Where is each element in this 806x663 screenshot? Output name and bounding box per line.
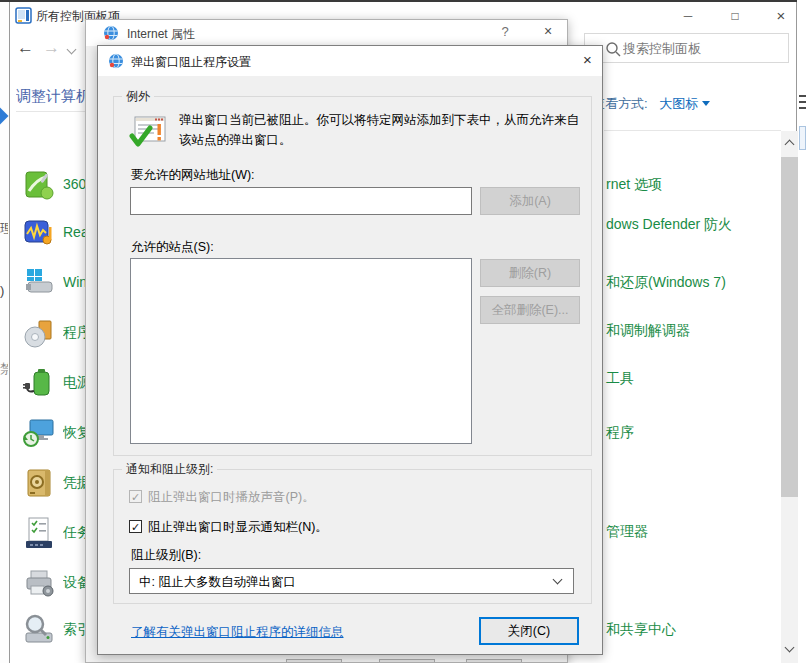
item-label[interactable]: 工具 <box>606 370 634 388</box>
blocking-level-value: 中: 阻止大多数自动弹出窗口 <box>139 574 296 591</box>
scroll-up-icon[interactable] <box>785 140 795 150</box>
minimize-button[interactable]: ─ <box>673 2 703 30</box>
item-label[interactable]: rnet 选项 <box>606 176 662 194</box>
search-box[interactable] <box>584 33 789 63</box>
view-by-value-link[interactable]: 大图标 <box>659 96 698 111</box>
popup-blocker-dialog-icon <box>108 53 124 69</box>
back-icon[interactable]: ← <box>17 38 34 58</box>
devices-printer-icon[interactable] <box>21 565 57 601</box>
help-button[interactable]: ? <box>491 24 519 44</box>
description-line-2: 该站点的弹出窗口。 <box>179 130 292 150</box>
item-label[interactable]: 和还原(Windows 7) <box>606 274 726 292</box>
maximize-button[interactable]: □ <box>720 2 750 30</box>
dialog-title-bar[interactable]: 弹出窗口阻止程序设置 × <box>98 46 602 76</box>
clipped-text: 禁 <box>0 360 8 378</box>
description-line-1: 弹出窗口当前已被阻止。你可以将特定网站添加到下表中，从而允许来自 <box>179 110 579 130</box>
ok-button-clipped[interactable] <box>286 659 342 663</box>
exceptions-group-label: 例外 <box>122 88 154 105</box>
apply-button-clipped[interactable] <box>466 659 522 663</box>
task-scheduler-icon[interactable] <box>21 515 57 551</box>
show-notification-bar-label: 阻止弹出窗口时显示通知栏(N)。 <box>148 519 328 536</box>
caret-down-icon[interactable] <box>702 101 710 106</box>
screen-edge-sliver <box>798 2 806 663</box>
item-label[interactable]: dows Defender 防火 <box>606 216 732 234</box>
dialog-title: Internet 属性 <box>127 26 195 43</box>
clipped-text: ) <box>0 283 8 298</box>
360-security-icon[interactable] <box>21 167 57 203</box>
address-input[interactable] <box>130 187 472 215</box>
background-window-sliver: 理 ) 禁 <box>0 2 9 663</box>
search-icon <box>605 41 621 57</box>
allowed-sites-listbox[interactable] <box>130 258 472 444</box>
remove-button: 删除(R) <box>480 259 580 287</box>
scrollbar-thumb[interactable] <box>781 157 798 497</box>
item-label[interactable]: 和调制解调器 <box>606 322 690 340</box>
show-notification-bar-checkbox[interactable]: ✓ <box>129 520 142 533</box>
cancel-button-clipped[interactable] <box>379 659 435 663</box>
allowed-sites-label: 允许的站点(S): <box>131 239 214 256</box>
dialog-title-bar[interactable]: Internet 属性 ? × <box>86 20 567 46</box>
diamond-icon <box>0 108 8 125</box>
chevron-down-icon <box>553 575 563 585</box>
scroll-down-icon[interactable] <box>785 643 795 653</box>
dialog-title: 弹出窗口阻止程序设置 <box>131 54 251 71</box>
power-battery-icon[interactable] <box>21 365 57 401</box>
forward-icon: → <box>43 38 60 58</box>
programs-cd-icon[interactable] <box>21 315 57 351</box>
address-label: 要允许的网站地址(W): <box>131 167 255 184</box>
popup-blocker-settings-dialog: 弹出窗口阻止程序设置 × 例外 弹出窗口当前已被阻止。你可以将特定网站添加到下表… <box>97 45 603 655</box>
search-input[interactable] <box>623 38 783 58</box>
item-label[interactable]: 程序 <box>606 424 634 442</box>
divider <box>16 111 86 112</box>
indexing-search-icon[interactable] <box>21 612 57 648</box>
divider <box>604 130 781 131</box>
close-button[interactable]: × <box>571 46 603 76</box>
popup-blocked-icon <box>128 112 170 154</box>
page-title: 调整计算机 <box>16 87 86 107</box>
item-label[interactable]: 和共享中心 <box>606 621 676 639</box>
scrollbar[interactable] <box>781 131 798 663</box>
realtek-audio-icon[interactable] <box>21 215 57 251</box>
close-button[interactable]: × <box>766 2 796 30</box>
credential-safe-icon[interactable] <box>21 465 57 501</box>
view-by: 查看方式: 大图标 <box>592 95 710 113</box>
learn-more-link[interactable]: 了解有关弹出窗口阻止程序的详细信息 <box>131 624 344 641</box>
play-sound-label: 阻止弹出窗口时播放声音(P)。 <box>148 489 315 506</box>
notifications-group-label: 通知和阻止级别: <box>122 461 217 478</box>
chevron-down-icon[interactable] <box>67 45 77 55</box>
screen: 理 ) 禁 所有控制面板项 ─ □ × ← → <box>0 0 806 663</box>
clipped-text: 理 <box>0 220 8 238</box>
recovery-icon[interactable] <box>21 415 57 451</box>
blocking-level-dropdown[interactable]: 中: 阻止大多数自动弹出窗口 <box>129 568 574 594</box>
internet-options-icon <box>103 25 119 41</box>
item-label[interactable]: 管理器 <box>606 523 648 541</box>
blocking-level-label: 阻止级别(B): <box>131 547 201 564</box>
remove-all-button: 全部删除(E)... <box>480 296 580 324</box>
add-button: 添加(A) <box>480 187 580 215</box>
control-panel-icon <box>15 7 32 24</box>
play-sound-checkbox: ✓ <box>129 490 142 503</box>
close-button[interactable]: × <box>534 23 562 43</box>
close-dialog-button[interactable]: 关闭(C) <box>479 617 579 645</box>
windows-to-go-icon[interactable] <box>21 265 57 301</box>
